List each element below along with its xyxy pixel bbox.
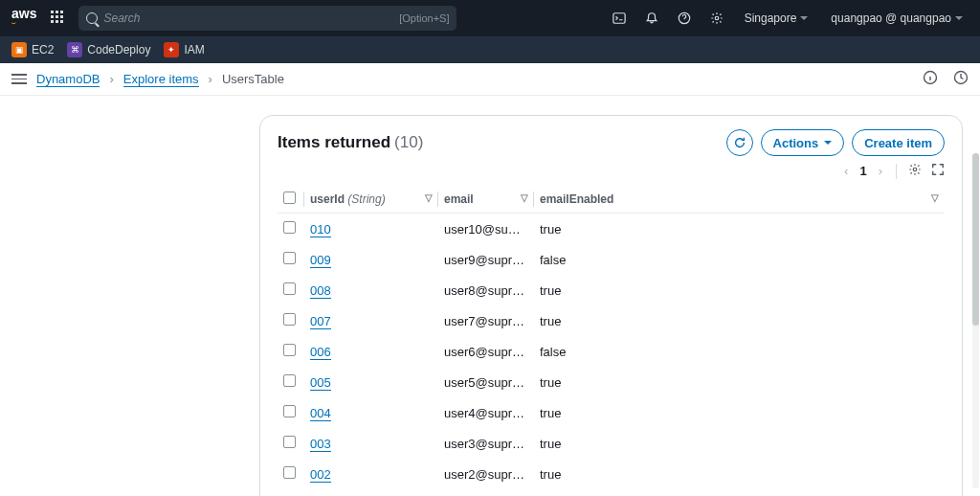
- table-row: 005user5@supr…true: [278, 367, 945, 397]
- page-prev[interactable]: ‹: [842, 162, 850, 180]
- codedeploy-icon: ⌘: [67, 42, 82, 57]
- table-row: 004user4@supr…true: [278, 397, 945, 428]
- page-current: 1: [859, 164, 866, 178]
- account-menu[interactable]: quangpao @ quangpao: [823, 11, 970, 25]
- search-keyboard-hint: [Option+S]: [399, 12, 449, 24]
- cloudshell-icon[interactable]: [607, 6, 632, 31]
- services-grid-icon[interactable]: [46, 6, 71, 31]
- email-cell: user7@supr…: [438, 305, 534, 336]
- refresh-button[interactable]: [726, 129, 753, 156]
- row-checkbox[interactable]: [283, 405, 296, 417]
- item-link[interactable]: 004: [310, 406, 331, 421]
- shortcut-codedeploy[interactable]: ⌘ CodeDeploy: [67, 42, 150, 57]
- emailenabled-cell: true: [534, 428, 945, 459]
- row-checkbox[interactable]: [283, 221, 296, 234]
- region-selector[interactable]: Singapore: [737, 11, 816, 25]
- email-cell: user3@supr…: [438, 428, 534, 459]
- row-checkbox[interactable]: [283, 252, 296, 264]
- row-checkbox[interactable]: [283, 313, 296, 326]
- svg-rect-0: [613, 13, 625, 24]
- chevron-right-icon: ›: [109, 72, 113, 86]
- emailenabled-cell: false: [534, 244, 945, 275]
- emailenabled-cell: true: [534, 459, 945, 489]
- emailenabled-cell: false: [534, 336, 945, 367]
- notifications-icon[interactable]: [639, 6, 664, 31]
- email-cell: user8@supr…: [438, 275, 534, 305]
- search-icon: [86, 12, 98, 24]
- info-icon[interactable]: [923, 70, 938, 88]
- column-header-emailenabled[interactable]: emailEnabled ▽: [534, 186, 945, 214]
- table-row: 003user3@supr…true: [278, 428, 945, 459]
- aws-logo[interactable]: aws ⌣: [10, 9, 38, 28]
- breadcrumb-bar: DynamoDB › Explore items › UsersTable: [0, 63, 980, 96]
- email-cell: user10@su…: [438, 214, 534, 245]
- sort-icon: ▽: [521, 192, 528, 203]
- shortcut-ec2[interactable]: ▣ EC2: [11, 42, 54, 57]
- global-search-input[interactable]: Search [Option+S]: [78, 6, 457, 31]
- table-row: 009user9@supr…false: [278, 244, 945, 275]
- aws-topbar: aws ⌣ Search [Option+S] Singapore quangp…: [0, 0, 980, 36]
- table-row: 008user8@supr…true: [278, 275, 945, 305]
- create-item-button[interactable]: Create item: [852, 129, 945, 156]
- iam-icon: ✦: [164, 42, 179, 57]
- row-checkbox[interactable]: [283, 374, 296, 387]
- emailenabled-cell: true: [534, 489, 945, 496]
- items-returned-panel: Items returned (10) Actions Create item …: [259, 115, 963, 496]
- table-row: 001user1@supr…true: [278, 489, 945, 496]
- email-cell: user2@supr…: [438, 459, 534, 489]
- email-cell: user5@supr…: [438, 367, 534, 397]
- scrollbar-thumb[interactable]: [972, 153, 979, 326]
- pagination: ‹ 1 ›: [278, 162, 945, 180]
- emailenabled-cell: true: [534, 275, 945, 305]
- favorites-bar: ▣ EC2 ⌘ CodeDeploy ✦ IAM: [0, 36, 980, 63]
- page-next[interactable]: ›: [877, 162, 884, 180]
- table-row: 007user7@supr…true: [278, 305, 945, 336]
- caret-down-icon: [955, 16, 963, 20]
- select-all-checkbox[interactable]: [283, 192, 296, 204]
- email-cell: user4@supr…: [438, 397, 534, 428]
- scrollbar-track[interactable]: [972, 153, 979, 488]
- column-header-email[interactable]: email ▽: [438, 186, 534, 214]
- row-checkbox[interactable]: [283, 466, 296, 479]
- table-settings-gear-icon[interactable]: [908, 163, 922, 179]
- shortcut-iam[interactable]: ✦ IAM: [164, 42, 204, 57]
- breadcrumb-current: UsersTable: [222, 72, 284, 86]
- table-row: 010user10@su…true: [278, 214, 945, 245]
- row-checkbox[interactable]: [283, 344, 296, 356]
- email-cell: user6@supr…: [438, 336, 534, 367]
- table-row: 006user6@supr…false: [278, 336, 945, 367]
- item-link[interactable]: 010: [310, 222, 331, 237]
- row-checkbox[interactable]: [283, 436, 296, 448]
- items-table: userId (String) ▽ email ▽ emailEnabled ▽…: [278, 186, 945, 496]
- table-row: 002user2@supr…true: [278, 459, 945, 489]
- help-icon[interactable]: [672, 6, 697, 31]
- breadcrumb-dynamodb[interactable]: DynamoDB: [36, 72, 100, 87]
- column-header-userid[interactable]: userId (String) ▽: [304, 186, 438, 214]
- item-link[interactable]: 003: [310, 437, 331, 452]
- clock-icon[interactable]: [953, 70, 969, 88]
- item-link[interactable]: 008: [310, 283, 331, 299]
- item-link[interactable]: 006: [310, 345, 331, 360]
- fullscreen-icon[interactable]: [931, 163, 945, 179]
- ec2-icon: ▣: [11, 42, 27, 57]
- item-link[interactable]: 009: [310, 253, 331, 268]
- chevron-right-icon: ›: [209, 72, 212, 86]
- panel-title: Items returned: [278, 133, 390, 152]
- svg-point-2: [715, 16, 719, 20]
- settings-gear-icon[interactable]: [704, 6, 729, 31]
- item-link[interactable]: 002: [310, 467, 331, 483]
- side-nav-toggle[interactable]: [11, 74, 27, 84]
- svg-point-5: [913, 168, 917, 171]
- sort-icon: ▽: [931, 192, 939, 203]
- actions-dropdown[interactable]: Actions: [761, 129, 845, 156]
- item-link[interactable]: 007: [310, 314, 331, 329]
- emailenabled-cell: true: [534, 305, 945, 336]
- emailenabled-cell: true: [534, 397, 945, 428]
- row-checkbox[interactable]: [283, 282, 296, 295]
- email-cell: user1@supr…: [438, 489, 534, 496]
- email-cell: user9@supr…: [438, 244, 534, 275]
- sort-icon: ▽: [425, 192, 433, 203]
- breadcrumb-explore-items[interactable]: Explore items: [123, 72, 199, 87]
- item-link[interactable]: 005: [310, 375, 331, 391]
- panel-count: (10): [394, 133, 423, 152]
